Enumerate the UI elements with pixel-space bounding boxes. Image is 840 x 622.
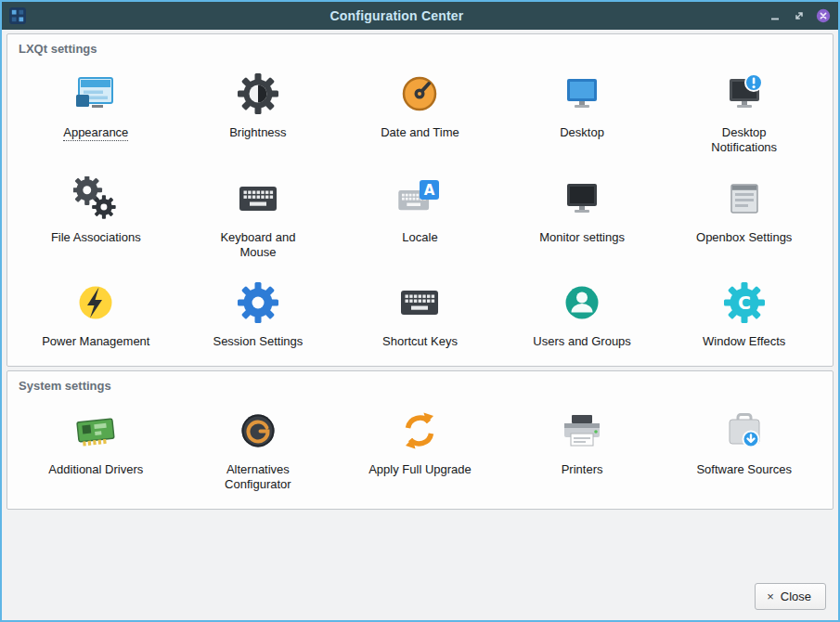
window-effects-icon: C	[722, 280, 767, 325]
close-button[interactable]: × Close	[755, 583, 826, 610]
lxqt-settings-grid: AppearanceBrightnessDate and TimeDesktop…	[15, 58, 825, 356]
launcher-item-label: Keyboard and Mouse	[203, 230, 313, 260]
svg-text:A: A	[424, 182, 435, 199]
launcher-item-alternatives-configurator[interactable]: Alternatives Configurator	[177, 395, 340, 499]
launcher-item-label: Software Sources	[696, 462, 792, 477]
launcher-item-label: Power Management	[42, 334, 149, 349]
launcher-item-window-effects[interactable]: CWindow Effects	[663, 266, 825, 356]
launcher-item-desktop[interactable]: Desktop	[501, 58, 664, 162]
brightness-icon	[236, 71, 280, 116]
window-title: Configuration Center	[26, 8, 768, 23]
launcher-item-monitor-settings[interactable]: Monitor settings	[501, 162, 664, 267]
launcher-item-date-time[interactable]: Date and Time	[339, 58, 501, 162]
group-lxqt-settings: LXQt settings AppearanceBrightnessDate a…	[6, 33, 834, 367]
launcher-item-additional-drivers[interactable]: Additional Drivers	[15, 395, 177, 499]
launcher-item-label: Openbox Settings	[696, 230, 792, 245]
launcher-item-label: Additional Drivers	[48, 462, 143, 477]
session-settings-icon	[236, 280, 280, 325]
launcher-item-printers[interactable]: Printers	[501, 395, 664, 499]
maximize-button[interactable]	[792, 8, 807, 23]
launcher-item-label: Window Effects	[703, 334, 785, 349]
minimize-icon	[768, 8, 782, 23]
openbox-settings-icon	[722, 176, 767, 221]
appearance-icon	[73, 71, 118, 116]
launcher-item-users-groups[interactable]: Users and Groups	[501, 266, 664, 356]
launcher-item-power-management[interactable]: Power Management	[15, 266, 177, 356]
launcher-item-keyboard-mouse[interactable]: Keyboard and Mouse	[177, 162, 340, 267]
launcher-item-apply-full-upgrade[interactable]: Apply Full Upgrade	[339, 395, 501, 499]
additional-drivers-icon	[73, 408, 118, 453]
content-area: LXQt settings AppearanceBrightnessDate a…	[2, 30, 838, 620]
file-associations-icon	[73, 176, 118, 221]
close-button-label: Close	[781, 590, 811, 603]
configuration-center-window: Configuration Center LXQt settings Appea…	[0, 0, 840, 622]
minimize-button[interactable]	[768, 8, 782, 23]
launcher-item-label: File Associations	[51, 230, 141, 245]
date-time-icon	[397, 71, 442, 116]
launcher-item-label: Shortcut Keys	[382, 334, 458, 349]
launcher-item-label: Monitor settings	[539, 230, 625, 245]
close-window-button[interactable]	[816, 8, 831, 23]
locale-icon: A	[397, 176, 442, 221]
launcher-item-shortcut-keys[interactable]: Shortcut Keys	[339, 266, 501, 356]
system-settings-grid: Additional DriversAlternatives Configura…	[15, 395, 825, 499]
window-controls	[768, 8, 831, 23]
software-sources-icon	[722, 408, 767, 453]
keyboard-mouse-icon	[236, 176, 280, 221]
launcher-item-label: Date and Time	[381, 125, 459, 140]
printers-icon	[560, 408, 604, 453]
launcher-item-label: Users and Groups	[533, 334, 631, 349]
close-window-icon	[816, 8, 831, 23]
titlebar[interactable]: Configuration Center	[2, 2, 838, 30]
launcher-item-brightness[interactable]: Brightness	[177, 58, 340, 162]
launcher-item-label: Desktop Notifications	[690, 125, 799, 155]
launcher-item-label: Desktop	[560, 125, 604, 140]
group-lxqt-settings-title: LXQt settings	[15, 38, 825, 58]
desktop-icon	[560, 71, 604, 116]
launcher-item-file-associations[interactable]: File Associations	[15, 162, 177, 267]
close-button-icon: ×	[767, 590, 774, 603]
apply-full-upgrade-icon	[397, 408, 442, 453]
launcher-item-label: Appearance	[63, 125, 128, 141]
launcher-item-label: Locale	[402, 230, 437, 245]
users-groups-icon	[560, 280, 604, 325]
maximize-icon	[792, 8, 807, 23]
launcher-item-locale[interactable]: ALocale	[339, 162, 501, 267]
shortcut-keys-icon	[397, 280, 442, 325]
footer: × Close	[6, 513, 834, 620]
configuration-center-window-icon	[9, 7, 26, 24]
group-system-settings-title: System settings	[15, 375, 825, 395]
launcher-item-appearance[interactable]: Appearance	[15, 58, 177, 162]
launcher-item-label: Session Settings	[213, 334, 303, 349]
desktop-notifications-icon	[722, 71, 767, 116]
launcher-item-label: Alternatives Configurator	[203, 462, 313, 492]
group-system-settings: System settings Additional DriversAltern…	[6, 370, 834, 510]
launcher-item-label: Brightness	[229, 125, 286, 140]
launcher-item-label: Printers	[562, 462, 603, 477]
launcher-item-software-sources[interactable]: Software Sources	[663, 395, 825, 499]
monitor-settings-icon	[560, 176, 604, 221]
launcher-item-label: Apply Full Upgrade	[368, 462, 472, 477]
launcher-item-session-settings[interactable]: Session Settings	[177, 266, 340, 356]
svg-text:C: C	[738, 292, 751, 313]
alternatives-configurator-icon	[236, 408, 280, 453]
launcher-item-desktop-notifications[interactable]: Desktop Notifications	[663, 58, 825, 162]
power-management-icon	[73, 280, 118, 325]
launcher-item-openbox-settings[interactable]: Openbox Settings	[663, 162, 825, 267]
